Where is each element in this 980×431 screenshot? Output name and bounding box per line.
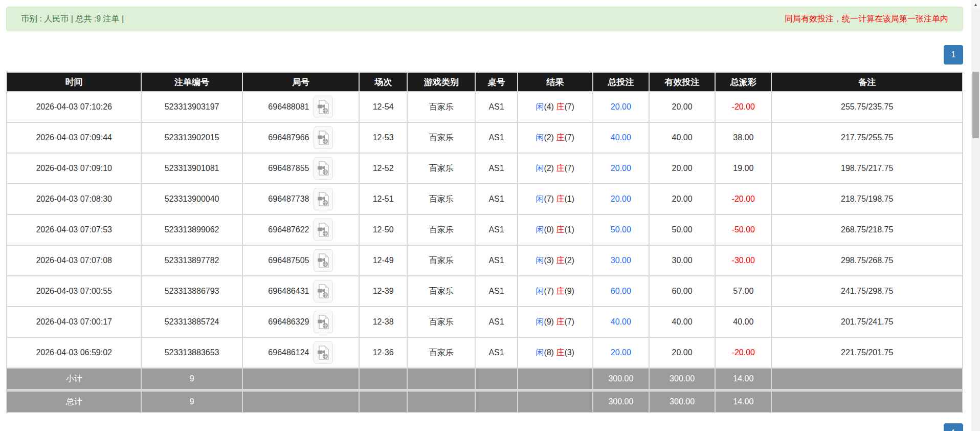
result-banker-label: 庄 <box>556 317 564 326</box>
video-button[interactable] <box>314 96 333 118</box>
result-player-label: 闲 <box>536 102 544 111</box>
column-header-7: 总投注 <box>593 72 649 92</box>
cell-result: 闲(3) 庄(2) <box>518 245 593 276</box>
cell-bet-id: 523313885724 <box>141 307 242 337</box>
result-banker-score: (7) <box>564 133 574 142</box>
result-banker-score: (1) <box>564 195 574 203</box>
cell-remark: 255.75/235.75 <box>771 92 963 122</box>
cell-remark: 198.75/217.75 <box>771 153 963 184</box>
video-button[interactable] <box>314 157 333 180</box>
cell-game-type: 百家乐 <box>407 337 475 368</box>
subtotal-total-bet: 300.00 <box>593 368 649 391</box>
total-bet-link[interactable]: 30.00 <box>611 256 631 265</box>
total-bet-link[interactable]: 20.00 <box>611 195 631 203</box>
result-banker-score: (7) <box>564 164 574 173</box>
cell-time: 2026-04-03 07:10:26 <box>7 92 141 122</box>
cell-total-bet: 60.00 <box>593 276 649 307</box>
cell-remark: 298.75/268.75 <box>771 245 963 276</box>
video-button[interactable] <box>314 219 333 241</box>
cell-valid-bet: 20.00 <box>649 184 715 214</box>
page-1-button[interactable]: 1 <box>944 45 963 64</box>
cell-payout: -20.00 <box>715 92 771 122</box>
cell-valid-bet: 50.00 <box>649 214 715 245</box>
column-header-9: 总派彩 <box>715 72 771 92</box>
cell-time: 2026-04-03 07:00:55 <box>7 276 141 307</box>
cell-time: 2026-04-03 06:59:02 <box>7 337 141 368</box>
total-bet-link[interactable]: 20.00 <box>611 102 631 111</box>
scroll-up-icon[interactable]: ▲ <box>971 0 980 9</box>
cell-remark: 217.75/255.75 <box>771 122 963 153</box>
result-banker-score: (2) <box>564 256 574 265</box>
video-icon <box>317 100 329 114</box>
subtotal-payout: 14.00 <box>715 368 771 391</box>
cell-session: 12-52 <box>359 153 407 184</box>
table-row: 2026-04-03 07:00:55523313886793696486431… <box>7 276 963 307</box>
cell-round-id: 696487966 <box>242 122 359 153</box>
result-player-label: 闲 <box>536 225 544 234</box>
round-id-text: 696486124 <box>268 348 309 357</box>
table-row: 2026-04-03 06:59:02523313883653696486124… <box>7 337 963 368</box>
cell-round-id: 696487855 <box>242 153 359 184</box>
result-banker-label: 庄 <box>556 256 564 265</box>
video-icon <box>317 284 329 298</box>
cell-session: 12-39 <box>359 276 407 307</box>
cell-bet-id: 523313903197 <box>141 92 242 122</box>
table-row: 2026-04-03 07:09:44523313902015696487966… <box>7 122 963 153</box>
cell-valid-bet: 20.00 <box>649 92 715 122</box>
result-player-label: 闲 <box>536 317 544 326</box>
valid-bet-notice-text: 同局有效投注，统一计算在该局第一张注单内 <box>785 14 948 25</box>
video-button[interactable] <box>314 311 333 333</box>
cell-time: 2026-04-03 07:07:53 <box>7 214 141 245</box>
cell-bet-id: 523313902015 <box>141 122 242 153</box>
round-id-text: 696488081 <box>268 102 309 112</box>
result-player-label: 闲 <box>536 348 544 357</box>
cell-game-type: 百家乐 <box>407 92 475 122</box>
cell-payout: -50.00 <box>715 214 771 245</box>
total-bet-link[interactable]: 60.00 <box>611 287 631 295</box>
cell-payout: -20.00 <box>715 337 771 368</box>
subtotal-row: 小计 9 300.00 300.00 14.00 <box>7 368 963 391</box>
cell-session: 12-50 <box>359 214 407 245</box>
cell-total-bet: 40.00 <box>593 122 649 153</box>
total-bet-link[interactable]: 20.00 <box>611 164 631 173</box>
video-button[interactable] <box>314 341 333 364</box>
cell-total-bet: 20.00 <box>593 337 649 368</box>
cell-time: 2026-04-03 07:09:10 <box>7 153 141 184</box>
result-player-score: (4) <box>544 102 556 111</box>
video-button[interactable] <box>314 249 333 272</box>
page-1-button-bottom[interactable]: 1 <box>944 423 963 431</box>
total-bet-link[interactable]: 20.00 <box>611 348 631 357</box>
scrollbar-thumb[interactable] <box>972 72 979 138</box>
cell-round-id: 696486329 <box>242 307 359 337</box>
video-icon <box>317 253 329 268</box>
cell-result: 闲(2) 庄(7) <box>518 122 593 153</box>
round-id-wrap: 696487505 <box>268 249 333 272</box>
result-banker-label: 庄 <box>556 164 564 173</box>
result-player-label: 闲 <box>536 133 544 142</box>
cell-round-id: 696487738 <box>242 184 359 214</box>
video-button[interactable] <box>314 280 333 303</box>
cell-payout: -30.00 <box>715 245 771 276</box>
column-header-4: 游戏类别 <box>407 72 475 92</box>
total-bet-link[interactable]: 50.00 <box>611 225 631 234</box>
cell-valid-bet: 20.00 <box>649 337 715 368</box>
vertical-scrollbar[interactable]: ▲ <box>971 0 980 431</box>
column-header-1: 注单编号 <box>141 72 242 92</box>
round-id-wrap: 696488081 <box>268 96 333 118</box>
cell-payout: 19.00 <box>715 153 771 184</box>
pagination-top: 1 <box>6 45 963 64</box>
column-header-2: 局号 <box>242 72 359 92</box>
cell-result: 闲(2) 庄(7) <box>518 153 593 184</box>
total-bet-link[interactable]: 40.00 <box>611 317 631 326</box>
result-banker-score: (9) <box>564 287 574 295</box>
cell-time: 2026-04-03 07:07:08 <box>7 245 141 276</box>
cell-result: 闲(0) 庄(1) <box>518 214 593 245</box>
cell-game-type: 百家乐 <box>407 184 475 214</box>
video-button[interactable] <box>314 126 333 149</box>
video-button[interactable] <box>314 188 333 210</box>
cell-payout: 38.00 <box>715 122 771 153</box>
round-id-wrap: 696487966 <box>268 126 333 149</box>
total-bet-link[interactable]: 40.00 <box>611 133 631 142</box>
result-player-score: (7) <box>544 195 556 203</box>
cell-result: 闲(7) 庄(9) <box>518 276 593 307</box>
